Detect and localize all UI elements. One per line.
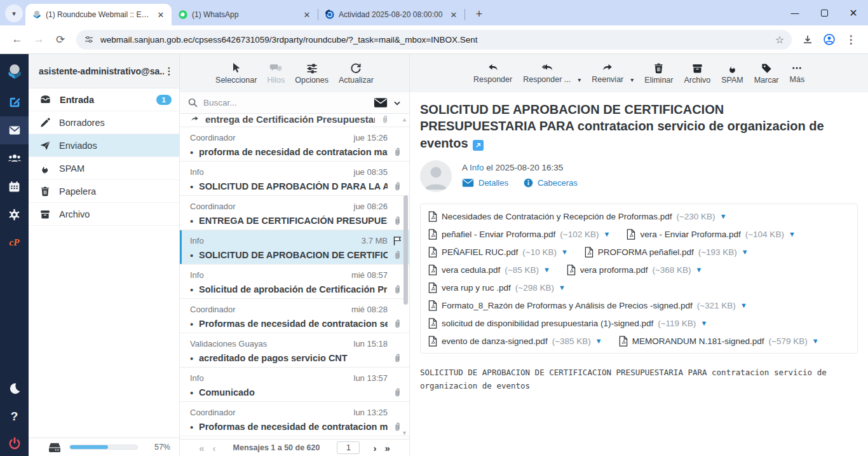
attachment-item[interactable]: vera rup y ruc .pdf (~298 KB) ▼ — [428, 279, 566, 296]
reload-icon[interactable]: ⟳ — [50, 29, 71, 50]
attachment-menu-caret-icon[interactable]: ▼ — [604, 230, 611, 238]
cpanel-link[interactable]: cP — [0, 228, 29, 256]
reply-all-button[interactable]: Responder ... — [523, 62, 571, 84]
message-row[interactable]: Coordinador mié 08:28 • Proformas de nec… — [180, 299, 409, 333]
message-row[interactable]: Info 3.7 MB • SOLICITUD DE APROBACION DE… — [180, 230, 409, 265]
sidebar-item-inbox[interactable]: Entrada 1 — [29, 88, 179, 111]
tab-search-button[interactable]: ▾ — [5, 4, 23, 22]
chrome-menu-icon[interactable]: ⋮ — [840, 29, 862, 50]
message-row-partial[interactable]: entrega de Certificación Presupuestaria … — [180, 114, 409, 127]
back-icon[interactable]: ← — [6, 29, 28, 50]
select-button[interactable]: Seleccionar — [215, 62, 257, 85]
attachment-menu-caret-icon[interactable]: ▼ — [812, 337, 819, 345]
last-page-icon[interactable]: » — [384, 443, 390, 453]
recipient-link[interactable]: Info — [470, 163, 484, 172]
message-row[interactable]: Info jue 08:35 • SOLICITUD DE APROBACIÓN… — [180, 162, 409, 196]
open-in-new-window-icon[interactable] — [473, 140, 484, 151]
message-row[interactable]: Coordinador lun 13:25 • Proformas de nec… — [180, 402, 409, 436]
flag-icon[interactable] — [392, 235, 403, 246]
attachment-item[interactable]: vera - Enviar Proforma.pdf (~104 KB) ▼ — [627, 225, 795, 243]
profile-icon[interactable] — [818, 29, 840, 50]
url-text[interactable]: webmail.sanjuan.gob.ec/cpsess6426731059/… — [100, 35, 770, 45]
sidebar-item-sent[interactable]: Enviados — [29, 134, 179, 157]
compose-button[interactable] — [0, 88, 29, 116]
calendar-nav-button[interactable] — [0, 172, 29, 200]
details-toggle[interactable]: Detalles — [478, 178, 508, 188]
options-button[interactable]: Opciones — [295, 62, 329, 85]
attachment-menu-caret-icon[interactable]: ▼ — [740, 301, 747, 309]
more-button[interactable]: Más — [790, 62, 805, 84]
archive-button[interactable]: Archivo — [684, 62, 710, 85]
message-row[interactable]: Info mié 08:57 • Solicitud de aprobación… — [180, 265, 409, 299]
restore-button[interactable] — [810, 0, 839, 25]
account-header[interactable]: asistente-administrativo@sa... ⋮ — [29, 54, 179, 88]
attachment-item[interactable]: Formato_8_Razón de Proformas y Análisis … — [428, 296, 747, 314]
tab-close-icon[interactable]: ✕ — [155, 9, 166, 20]
attachment-menu-caret-icon[interactable]: ▼ — [720, 212, 727, 220]
scroll-up-icon[interactable]: ▲ — [402, 116, 407, 123]
tab-whatsapp[interactable]: (1) WhatsApp ✕ — [172, 4, 318, 25]
message-row[interactable]: Coordinador jue 15:26 • proforma de nece… — [180, 127, 409, 162]
search-input[interactable] — [203, 98, 369, 107]
headers-toggle[interactable]: Cabeceras — [538, 178, 578, 188]
forward-caret-icon[interactable]: ▾ — [630, 76, 634, 83]
minimize-button[interactable]: — — [780, 0, 810, 25]
message-row[interactable]: Info lun 13:57 • Comunicado — [180, 368, 409, 402]
attachment-menu-caret-icon[interactable]: ▼ — [789, 230, 796, 238]
site-settings-icon[interactable] — [84, 34, 94, 45]
sidebar-item-archive[interactable]: Archivo — [29, 203, 179, 226]
omnibox[interactable]: webmail.sanjuan.gob.ec/cpsess6426731059/… — [76, 30, 792, 50]
logout-icon[interactable] — [0, 431, 29, 456]
attachment-item[interactable]: peñafiel - Enviar Proforma.pdf (~102 KB)… — [428, 225, 610, 243]
delete-button[interactable]: Eliminar — [644, 62, 673, 85]
message-row[interactable]: Validaciones Guayas lun 15:18 • acredita… — [180, 333, 409, 368]
account-menu-icon[interactable]: ⋮ — [164, 66, 174, 77]
attachment-menu-caret-icon[interactable]: ▼ — [559, 284, 566, 291]
attachment-item[interactable]: solicitud de disponibilidad presupuestar… — [428, 314, 707, 332]
attachment-menu-caret-icon[interactable]: ▼ — [543, 266, 550, 273]
scroll-down-icon[interactable]: ▼ — [402, 430, 407, 436]
sidebar-item-drafts[interactable]: Borradores — [29, 111, 179, 134]
new-tab-button[interactable]: + — [470, 5, 488, 23]
search-scope-mail-icon[interactable] — [374, 97, 388, 108]
attachment-item[interactable]: Necesidades de Contratación y Recepción … — [428, 207, 727, 225]
contacts-nav-button[interactable] — [0, 144, 29, 172]
tab-close-icon[interactable]: ✕ — [448, 9, 459, 20]
spam-button[interactable]: SPAM — [721, 62, 743, 85]
message-row[interactable]: Coordinador jue 08:26 • ENTREGA DE CERTI… — [180, 196, 409, 230]
reply-all-caret-icon[interactable]: ▾ — [578, 76, 581, 83]
tab-roundcube[interactable]: (1) Roundcube Webmail :: Envia ✕ — [25, 4, 172, 25]
refresh-button[interactable]: Actualizar — [339, 62, 374, 85]
attachment-item[interactable]: vera cedula.pdf (~85 KB) ▼ — [428, 261, 550, 279]
sidebar-item-spam[interactable]: SPAM — [29, 157, 179, 180]
attachment-item[interactable]: PEÑAFIEL RUC.pdf (~10 KB) ▼ — [428, 243, 568, 261]
tab-actividad[interactable]: Actividad 2025-08-20 08:00:00 ✕ — [318, 4, 465, 25]
attachment-menu-caret-icon[interactable]: ▼ — [561, 248, 568, 256]
close-button[interactable]: ✕ — [839, 0, 868, 25]
forward-button[interactable]: Reenviar — [592, 62, 623, 84]
mark-button[interactable]: Marcar — [754, 62, 779, 85]
tab-close-icon[interactable]: ✕ — [301, 9, 313, 20]
page-number-input[interactable] — [337, 441, 360, 454]
settings-nav-button[interactable] — [0, 200, 29, 228]
attachment-item[interactable]: MEMORANDUM N.181-signed.pdf (~579 KB) ▼ — [619, 332, 819, 350]
attachment-item[interactable]: evento de danza-signed.pdf (~385 KB) ▼ — [428, 332, 602, 350]
reply-button[interactable]: Responder — [473, 62, 512, 84]
attachment-menu-caret-icon[interactable]: ▼ — [700, 319, 707, 327]
sidebar-item-trash[interactable]: Papelera — [29, 180, 179, 203]
mail-nav-button[interactable] — [0, 116, 29, 144]
attachment-menu-caret-icon[interactable]: ▼ — [742, 248, 749, 256]
attachment-item[interactable]: vera proforma.pdf (~368 KB) ▼ — [567, 261, 703, 279]
attachment-item[interactable]: PROFORMA peñafiel.pdf (~193 KB) ▼ — [585, 243, 749, 261]
help-icon[interactable]: ? — [0, 403, 29, 431]
forward-icon[interactable]: → — [28, 29, 50, 50]
dark-mode-icon[interactable] — [0, 375, 29, 403]
attachment-menu-caret-icon[interactable]: ▼ — [696, 266, 703, 273]
threads-button[interactable]: Hilos — [267, 62, 285, 85]
attachment-menu-caret-icon[interactable]: ▼ — [595, 337, 602, 345]
list-scrollbar[interactable] — [403, 195, 408, 305]
search-options-chevron-icon[interactable] — [393, 99, 402, 107]
next-page-icon[interactable]: › — [373, 443, 376, 453]
first-page-icon[interactable]: « — [199, 443, 204, 453]
bookmark-star-icon[interactable]: ☆ — [775, 34, 784, 46]
